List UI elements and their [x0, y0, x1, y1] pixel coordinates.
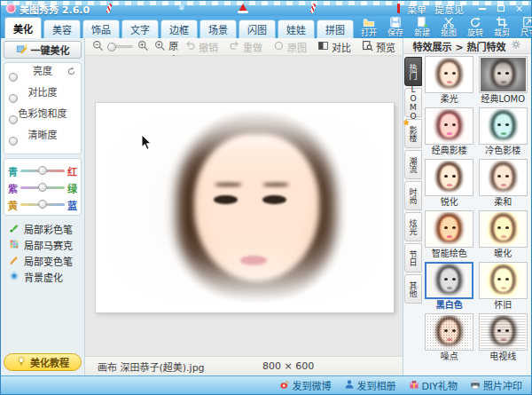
one-key-beautify-button[interactable]: 一键美化: [4, 41, 82, 59]
local-tint-pen[interactable]: 局部变色笔: [4, 253, 82, 269]
effect-smart-color[interactable]: 智能绘色: [424, 210, 475, 259]
save-button[interactable]: 保存: [382, 17, 409, 37]
effect-thumbnail[interactable]: [479, 56, 528, 93]
effect-category-tabs: 热门 LOMO 影楼 潮流 时尚 炫光 节日 其他: [404, 56, 422, 375]
cat-fashion[interactable]: 时尚: [404, 181, 422, 210]
tab-scene[interactable]: 场景: [200, 20, 237, 38]
background-blur[interactable]: 背景虚化: [4, 269, 82, 285]
effect-sharpen[interactable]: 锐化: [424, 159, 475, 208]
local-mosaic[interactable]: 局部马赛克: [4, 237, 82, 253]
effects-panel: 特效展示 > 热门特效 热门 LOMO 影楼 潮流 时尚 炫光 节日 其他: [403, 38, 531, 375]
effect-thumbnail[interactable]: [425, 262, 473, 299]
close-button[interactable]: ×: [512, 4, 526, 13]
feedback-button[interactable]: 提意见: [434, 2, 464, 16]
effect-thumbnail[interactable]: [425, 313, 473, 351]
magic-wand-icon: [16, 43, 28, 58]
color-slider-thumb[interactable]: [38, 183, 47, 192]
color-slider-track[interactable]: [20, 170, 65, 172]
photo-print[interactable]: 照片冲印: [470, 378, 522, 392]
tab-frame[interactable]: 边框: [160, 20, 198, 38]
mosaic-icon: [9, 239, 20, 252]
rotate-button[interactable]: 旋转: [462, 17, 489, 37]
color-slider-thumb[interactable]: [38, 166, 47, 175]
original-button[interactable]: 原图: [273, 40, 307, 54]
zoom-slider[interactable]: [108, 45, 133, 48]
effect-thumbnail[interactable]: [425, 56, 473, 93]
new-button[interactable]: 新建: [409, 17, 435, 37]
cat-hot[interactable]: 热门: [404, 57, 422, 86]
tab-doll[interactable]: 娃娃: [278, 20, 315, 38]
compare-icon: [317, 40, 329, 54]
open-button[interactable]: 打开: [356, 17, 382, 37]
beautify-tutorial-button[interactable]: 美化教程: [4, 353, 82, 371]
effect-soften[interactable]: 柔和: [478, 159, 529, 208]
local-tools-list: 局部彩色笔 局部马赛克 局部变色笔 背景虚化: [4, 221, 82, 285]
effect-category-label: 其他: [408, 281, 419, 297]
reset-icon[interactable]: [66, 67, 76, 79]
effects-grid: 柔光 经典LOMO 经典影楼 冷色影楼: [422, 56, 530, 375]
share-weibo[interactable]: 发到微博: [279, 378, 332, 392]
slider-thumb[interactable]: [9, 73, 18, 82]
effect-noise[interactable]: 噪点: [424, 313, 475, 362]
effect-black-white[interactable]: 黑白色: [424, 262, 475, 311]
tab-flash[interactable]: 闪图: [239, 20, 276, 38]
effect-thumbnail[interactable]: [479, 107, 528, 145]
crop-icon: [496, 17, 508, 28]
cutout-button[interactable]: 抠图: [435, 17, 462, 37]
color-slider-right-label: 红: [67, 164, 77, 178]
slider-thumb[interactable]: [9, 94, 18, 103]
effect-thumbnail[interactable]: [425, 210, 473, 248]
resize-icon: [522, 17, 532, 28]
tab-cosmetic[interactable]: 美容: [43, 20, 81, 38]
menu-button[interactable]: 菜单: [407, 2, 426, 16]
resize-button[interactable]: 尺寸: [515, 17, 532, 37]
undo-button[interactable]: 撤销: [184, 40, 218, 54]
effect-warm[interactable]: 暖化: [478, 210, 529, 259]
tab-collage[interactable]: 拼图: [317, 20, 354, 38]
effect-nostalgia[interactable]: 怀旧: [478, 262, 529, 311]
local-color-pen[interactable]: 局部彩色笔: [4, 221, 82, 237]
effect-thumbnail[interactable]: [425, 159, 473, 196]
tab-label: 闪图: [247, 22, 267, 36]
minimize-button[interactable]: [475, 4, 489, 13]
tab-text[interactable]: 文字: [121, 20, 159, 38]
effect-classic-studio[interactable]: 经典影楼: [424, 107, 475, 156]
effect-thumbnail[interactable]: [479, 210, 528, 248]
slider-thumb[interactable]: [9, 115, 18, 124]
share-album[interactable]: 发到相册: [344, 378, 396, 392]
effect-thumbnail[interactable]: [479, 159, 528, 196]
cat-others[interactable]: 其他: [404, 274, 422, 304]
color-slider-track[interactable]: [20, 203, 65, 206]
maximize-button[interactable]: [494, 4, 507, 13]
crop-button[interactable]: 裁剪: [489, 17, 515, 37]
effect-name: 冷色影楼: [485, 145, 520, 156]
preview-button[interactable]: 预览: [362, 40, 395, 54]
cat-lomo[interactable]: LOMO: [404, 88, 422, 117]
tab-beautify[interactable]: 美化: [4, 17, 42, 38]
diy-gift[interactable]: DIY礼物: [409, 378, 458, 392]
cat-studio[interactable]: 影楼: [404, 119, 422, 148]
toolbar-button-label: 保存: [387, 28, 403, 37]
zoom-out-icon[interactable]: [92, 40, 104, 54]
color-slider-track[interactable]: [20, 186, 65, 189]
zoom-in-icon[interactable]: [137, 40, 149, 54]
gear-icon[interactable]: [511, 39, 521, 52]
cat-trend[interactable]: 潮流: [404, 150, 422, 179]
effect-thumbnail[interactable]: [479, 262, 528, 299]
effect-thumbnail[interactable]: [479, 313, 528, 351]
effect-soft-light[interactable]: 柔光: [424, 56, 475, 105]
slider-thumb[interactable]: [9, 137, 18, 146]
compare-button[interactable]: 对比: [317, 40, 351, 54]
effects-panel-header: 特效展示 > 热门特效: [403, 38, 531, 54]
zoom-slider-thumb[interactable]: [107, 43, 116, 51]
color-slider-thumb[interactable]: [38, 200, 47, 209]
effect-classic-lomo[interactable]: 经典LOMO: [478, 56, 529, 105]
effect-tv-lines[interactable]: 电视线: [478, 313, 529, 362]
effect-thumbnail[interactable]: [425, 107, 473, 145]
tab-accessory[interactable]: 饰品: [82, 20, 120, 38]
cat-festival[interactable]: 节日: [404, 243, 422, 273]
redo-button[interactable]: 重做: [229, 40, 262, 54]
canvas-label: 画布: [98, 359, 117, 374]
cat-shine[interactable]: 炫光: [404, 212, 422, 241]
effect-cold-studio[interactable]: 冷色影楼: [478, 107, 529, 156]
